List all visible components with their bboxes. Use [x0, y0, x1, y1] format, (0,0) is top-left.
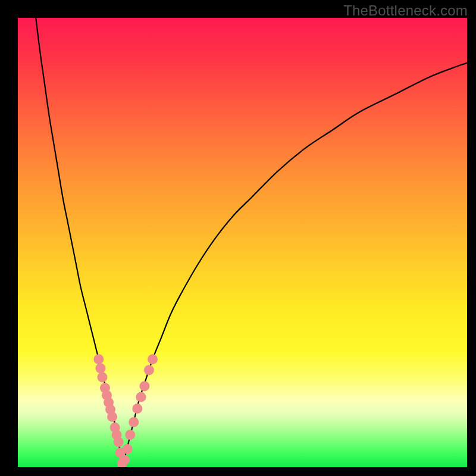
- chart-svg: [18, 18, 467, 467]
- chart-frame: TheBottleneck.com: [0, 0, 476, 476]
- highlight-dot: [132, 403, 142, 414]
- highlight-dot: [148, 354, 158, 364]
- highlight-dot: [114, 437, 124, 447]
- highlight-dot: [144, 365, 154, 375]
- highlight-dot: [129, 417, 139, 427]
- highlight-dot: [136, 392, 146, 402]
- highlight-dot: [97, 372, 107, 383]
- highlight-dot: [107, 412, 117, 422]
- plot-area: [18, 18, 467, 467]
- highlight-dot: [120, 455, 130, 465]
- highlight-dot: [93, 354, 104, 364]
- highlight-dots: [93, 354, 158, 467]
- right-curve: [122, 63, 467, 468]
- highlight-dot: [123, 444, 133, 454]
- highlight-dot: [95, 363, 105, 373]
- watermark-text: TheBottleneck.com: [343, 2, 468, 19]
- highlight-dot: [139, 381, 149, 392]
- highlight-dot: [125, 430, 135, 440]
